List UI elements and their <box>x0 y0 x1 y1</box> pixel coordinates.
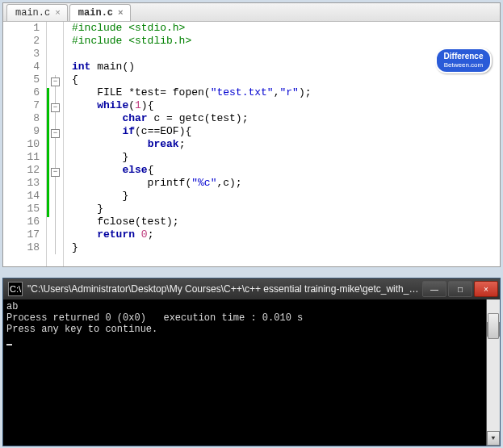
line-number: 10 <box>3 138 40 151</box>
cursor <box>6 344 12 345</box>
code-line[interactable]: while(1){ <box>72 99 500 112</box>
console-output[interactable]: ab Process returned 0 (0x0) execution ti… <box>3 299 500 446</box>
line-number: 5 <box>3 73 40 86</box>
scrollbar[interactable]: ▲ ▼ <box>486 299 500 446</box>
line-number: 13 <box>3 177 40 190</box>
code-line[interactable]: #include <stdlib.h> <box>72 35 500 48</box>
line-number: 15 <box>3 203 40 216</box>
code-line[interactable]: } <box>72 241 500 254</box>
close-icon[interactable]: × <box>118 8 124 18</box>
fold-guide-line <box>55 75 56 254</box>
code-line[interactable]: return 0; <box>72 228 500 241</box>
tab-label: main.c <box>78 7 113 19</box>
code-line[interactable]: printf("%c",c); <box>72 177 500 190</box>
scroll-thumb[interactable] <box>488 313 499 339</box>
code-line[interactable]: } <box>72 190 500 203</box>
code-line[interactable]: char c = getc(test); <box>72 112 500 125</box>
line-number: 7 <box>3 99 40 112</box>
console-title: "C:\Users\Administrator\Desktop\My Cours… <box>27 283 421 295</box>
console-titlebar[interactable]: C:\ "C:\Users\Administrator\Desktop\My C… <box>3 278 500 299</box>
tab-bar: main.c× main.c× <box>3 3 500 22</box>
console-window: C:\ "C:\Users\Administrator\Desktop\My C… <box>2 278 501 446</box>
code-line[interactable]: break; <box>72 138 500 151</box>
code-line[interactable]: { <box>72 73 500 86</box>
line-number: 4 <box>3 61 40 73</box>
close-icon[interactable]: × <box>55 8 61 18</box>
line-number: 11 <box>3 151 40 164</box>
fold-toggle[interactable]: − <box>51 103 60 112</box>
maximize-button[interactable]: □ <box>448 281 472 297</box>
line-number-gutter: 123456789101112131415161718 <box>3 22 47 266</box>
fold-toggle[interactable]: − <box>51 168 60 177</box>
tab-main-c-1[interactable]: main.c× <box>6 4 68 21</box>
fold-gutter: −−−− <box>47 22 64 266</box>
line-number: 3 <box>3 48 40 61</box>
line-number: 1 <box>3 22 40 35</box>
minimize-button[interactable]: — <box>422 281 446 297</box>
code-area[interactable]: #include <stdio.h>#include <stdlib.h>int… <box>64 22 500 266</box>
line-number: 12 <box>3 164 40 177</box>
code-editor[interactable]: 123456789101112131415161718 −−−− #includ… <box>3 22 500 266</box>
scroll-down-button[interactable]: ▼ <box>487 431 500 446</box>
line-number: 16 <box>3 216 40 228</box>
fold-toggle[interactable]: − <box>51 129 60 138</box>
code-line[interactable]: else{ <box>72 164 500 177</box>
tab-main-c-2[interactable]: main.c× <box>69 4 131 21</box>
close-button[interactable]: × <box>474 281 498 297</box>
code-line[interactable]: fclose(test); <box>72 216 500 228</box>
editor-window: main.c× main.c× 123456789101112131415161… <box>2 2 501 267</box>
code-line[interactable]: #include <stdio.h> <box>72 22 500 35</box>
line-number: 9 <box>3 125 40 138</box>
console-line: ab <box>6 301 18 312</box>
badge-line2: Between.com <box>437 61 490 69</box>
line-number: 14 <box>3 190 40 203</box>
code-line[interactable]: } <box>72 151 500 164</box>
console-line: Press any key to continue. <box>6 324 157 335</box>
line-number: 17 <box>3 228 40 241</box>
tab-label: main.c <box>15 7 50 19</box>
code-line[interactable]: } <box>72 203 500 216</box>
line-number: 18 <box>3 241 40 254</box>
code-line[interactable]: if(c==EOF){ <box>72 125 500 138</box>
change-marker <box>47 88 49 217</box>
code-line[interactable]: FILE *test= fopen("test.txt","r"); <box>72 86 500 99</box>
badge-line1: Difference <box>437 52 490 61</box>
fold-toggle[interactable]: − <box>51 77 60 86</box>
line-number: 6 <box>3 86 40 99</box>
watermark-badge: Difference Between.com <box>435 48 492 73</box>
console-line: Process returned 0 (0x0) execution time … <box>6 312 303 324</box>
cmd-icon: C:\ <box>8 282 23 296</box>
line-number: 2 <box>3 35 40 48</box>
line-number: 8 <box>3 112 40 125</box>
